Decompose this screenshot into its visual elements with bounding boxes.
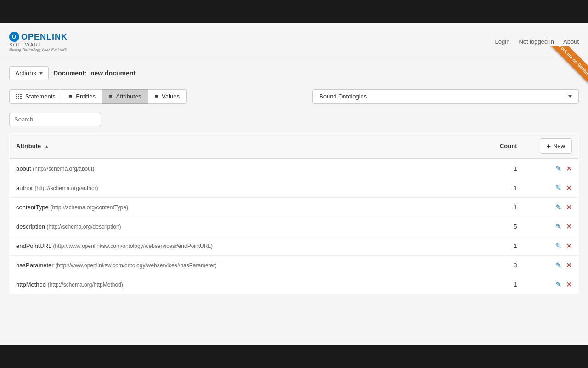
attr-name-4: endPointURL — [16, 242, 51, 249]
page-body: Actions Document: new document Statement… — [0, 57, 588, 304]
attr-cell-5: hasParameter (http://www.openlinksw.com/… — [10, 256, 487, 275]
document-header: Actions Document: new document — [9, 66, 579, 80]
logo: O OPENLINK SOFTWARE Making Technology Wo… — [9, 31, 69, 52]
table-row: contentType (http://schema.org/contentTy… — [10, 198, 579, 217]
attr-cell-3: description (http://schema.org/descripti… — [10, 217, 487, 236]
attr-name-1: author — [16, 184, 33, 191]
grid-icon — [16, 94, 22, 99]
action-cell-1: ✎ ✕ — [524, 178, 579, 198]
attr-url-0: (http://schema.org/about) — [33, 166, 94, 172]
bound-ontologies-button[interactable]: Bound Ontologies — [312, 89, 579, 104]
attr-cell-1: author (http://schema.org/author) — [10, 178, 487, 198]
delete-button-2[interactable]: ✕ — [566, 203, 572, 211]
table-row: endPointURL (http://www.openlinksw.com/o… — [10, 236, 579, 256]
action-cell-6: ✎ ✕ — [524, 275, 579, 294]
count-col-label: Count — [500, 143, 517, 150]
tab-entities[interactable]: ≡ Entities — [62, 89, 102, 104]
document-info: Document: new document — [53, 69, 137, 77]
count-cell-5: 3 — [487, 256, 524, 275]
actions-caret-icon — [39, 72, 43, 75]
list-icon-entities: ≡ — [69, 93, 73, 100]
delete-button-3[interactable]: ✕ — [566, 223, 572, 230]
login-link[interactable]: Login — [495, 38, 510, 45]
delete-button-6[interactable]: ✕ — [566, 281, 572, 288]
edit-button-2[interactable]: ✎ — [555, 203, 561, 211]
not-logged-in: Not logged in — [519, 38, 554, 45]
delete-button-1[interactable]: ✕ — [566, 184, 572, 192]
action-cell-4: ✎ ✕ — [524, 236, 579, 256]
edit-button-3[interactable]: ✎ — [555, 223, 561, 230]
ontologies-label: Bound Ontologies — [319, 93, 367, 100]
table-row: about (http://schema.org/about) 1 ✎ ✕ — [10, 159, 579, 178]
tabs-row: Statements ≡ Entities ≡ Attributes ≡ Val… — [9, 89, 579, 104]
edit-button-4[interactable]: ✎ — [555, 242, 561, 250]
attr-name-5: hasParameter — [16, 262, 54, 269]
attr-name-3: description — [16, 223, 45, 230]
count-cell-1: 1 — [487, 178, 524, 198]
header-nav: O OPENLINK SOFTWARE Making Technology Wo… — [0, 23, 588, 57]
table-header-row: Attribute ▲ Count + New — [10, 134, 579, 159]
attr-url-2: (http://schema.org/contentType) — [50, 204, 128, 211]
sort-icon: ▲ — [45, 144, 49, 149]
tab-entities-label: Entities — [76, 93, 96, 100]
edit-button-1[interactable]: ✎ — [555, 184, 561, 192]
attr-url-6: (http://schema.org/httpMethod) — [48, 282, 123, 288]
count-cell-4: 1 — [487, 236, 524, 256]
attr-cell-6: httpMethod (http://schema.org/httpMethod… — [10, 275, 487, 294]
count-cell-0: 1 — [487, 159, 524, 178]
search-box — [9, 113, 579, 126]
count-cell-3: 5 — [487, 217, 524, 236]
top-bar — [0, 0, 588, 23]
logo-openlink: O OPENLINK — [9, 32, 68, 42]
new-button[interactable]: + New — [540, 138, 572, 154]
attribute-col-label: Attribute — [16, 143, 41, 150]
edit-button-0[interactable]: ✎ — [555, 165, 561, 172]
about-link[interactable]: About — [563, 38, 579, 45]
action-cell-0: ✎ ✕ — [524, 159, 579, 178]
logo-tagline: Making Technology Work For You® — [9, 47, 67, 52]
attr-url-3: (http://schema.org/description) — [47, 224, 121, 230]
tab-group: Statements ≡ Entities ≡ Attributes ≡ Val… — [9, 89, 186, 104]
new-btn-label: New — [553, 143, 565, 150]
list-icon-attributes: ≡ — [109, 93, 113, 100]
delete-button-0[interactable]: ✕ — [566, 165, 572, 172]
tab-values[interactable]: ≡ Values — [148, 89, 187, 104]
attr-url-5: (http://www.openlinksw.com/ontology/webs… — [55, 262, 217, 269]
tab-statements[interactable]: Statements — [9, 89, 62, 104]
action-cell-5: ✎ ✕ — [524, 256, 579, 275]
tab-attributes[interactable]: ≡ Attributes — [102, 89, 148, 104]
main-content: Fork me on GitHub O OPENLINK SOFTWARE Ma… — [0, 23, 588, 345]
col-action-header: + New — [524, 134, 579, 159]
attr-cell-4: endPointURL (http://www.openlinksw.com/o… — [10, 236, 487, 256]
attr-name-2: contentType — [16, 204, 49, 211]
delete-button-4[interactable]: ✕ — [566, 242, 572, 250]
table-row: httpMethod (http://schema.org/httpMethod… — [10, 275, 579, 294]
tab-attributes-label: Attributes — [116, 93, 141, 100]
search-input[interactable] — [9, 113, 101, 126]
tab-values-label: Values — [162, 93, 180, 100]
count-cell-2: 1 — [487, 198, 524, 217]
action-cell-3: ✎ ✕ — [524, 217, 579, 236]
document-name-text: new document — [90, 69, 136, 77]
delete-button-5[interactable]: ✕ — [566, 261, 572, 269]
document-label-text: Document: — [53, 69, 87, 77]
plus-icon: + — [547, 142, 551, 150]
table-body: about (http://schema.org/about) 1 ✎ ✕ au… — [10, 159, 579, 294]
actions-label: Actions — [15, 69, 36, 77]
table-row: author (http://schema.org/author) 1 ✎ ✕ — [10, 178, 579, 198]
attributes-table: Attribute ▲ Count + New — [9, 133, 579, 294]
nav-links: Login Not logged in About — [495, 38, 579, 45]
attr-url-4: (http://www.openlinksw.com/ontology/webs… — [53, 243, 213, 249]
action-cell-2: ✎ ✕ — [524, 198, 579, 217]
attr-name-0: about — [16, 165, 31, 172]
attr-cell-2: contentType (http://schema.org/contentTy… — [10, 198, 487, 217]
edit-button-5[interactable]: ✎ — [555, 261, 561, 269]
edit-button-6[interactable]: ✎ — [555, 281, 561, 288]
attr-url-1: (http://schema.org/author) — [35, 185, 98, 191]
actions-button[interactable]: Actions — [9, 66, 49, 80]
logo-icon: O — [9, 32, 19, 42]
table-row: description (http://schema.org/descripti… — [10, 217, 579, 236]
count-cell-6: 1 — [487, 275, 524, 294]
list-icon-values: ≡ — [155, 93, 158, 100]
col-attribute-header[interactable]: Attribute ▲ — [10, 134, 487, 159]
